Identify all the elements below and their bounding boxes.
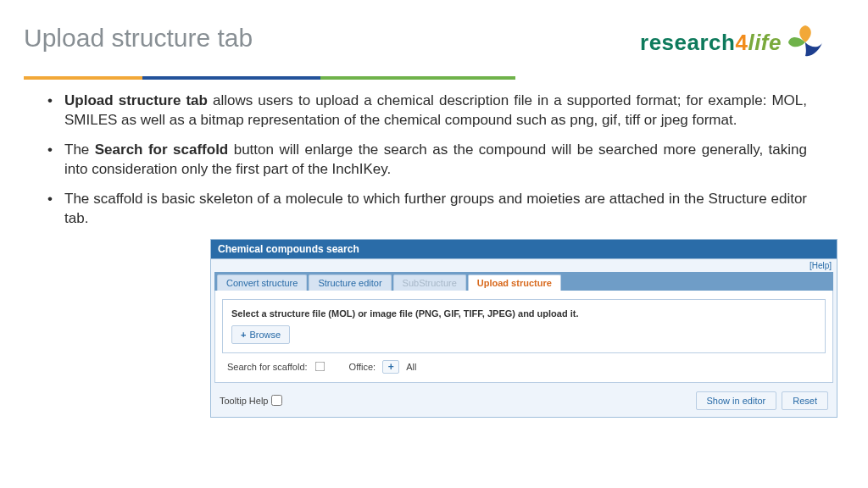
bullet-list: Upload structure tab allows users to upl… bbox=[24, 92, 824, 229]
tab-upload-structure[interactable]: Upload structure bbox=[468, 274, 561, 291]
options-row: Search for scaffold: Office: + All bbox=[222, 353, 826, 377]
bullet-item: Upload structure tab allows users to upl… bbox=[47, 92, 807, 130]
tab-structure-editor[interactable]: Structure editor bbox=[309, 274, 391, 291]
divider bbox=[24, 76, 515, 80]
logo-text-part3: life bbox=[748, 30, 782, 55]
help-link[interactable]: [Help] bbox=[211, 259, 837, 270]
logo: research4life bbox=[640, 24, 824, 61]
logo-icon bbox=[787, 24, 824, 61]
tooltip-help-label: Tooltip Help bbox=[220, 396, 268, 406]
panel-footer: Tooltip Help Show in editor Reset bbox=[214, 388, 833, 413]
bullet-text: The bbox=[64, 141, 95, 158]
tab-content: Select a structure file (MOL) or image f… bbox=[214, 291, 833, 383]
page-title: Upload structure tab bbox=[24, 24, 253, 53]
reset-button[interactable]: Reset bbox=[782, 391, 828, 410]
bullet-item: The Search for scaffold button will enla… bbox=[47, 141, 807, 180]
office-add-button[interactable]: + bbox=[382, 360, 399, 374]
tab-bar: Convert structure Structure editor SubSt… bbox=[214, 272, 833, 291]
slide-header: Upload structure tab research4life bbox=[24, 24, 824, 61]
logo-text-part2: 4 bbox=[735, 30, 748, 55]
browse-label: Browse bbox=[249, 330, 281, 340]
logo-text-part1: research bbox=[640, 30, 735, 55]
office-label: Office: bbox=[349, 362, 376, 372]
logo-text: research4life bbox=[640, 30, 782, 56]
scaffold-checkbox[interactable] bbox=[314, 362, 325, 372]
search-panel: Chemical compounds search [Help] Convert… bbox=[210, 239, 837, 418]
panel-title: Chemical compounds search bbox=[210, 239, 837, 258]
bullet-text: The scaffold is basic skeleton of a mole… bbox=[64, 191, 807, 226]
show-in-editor-button[interactable]: Show in editor bbox=[696, 391, 777, 410]
bullet-bold: Search for scaffold bbox=[95, 141, 228, 158]
bullet-bold: Upload structure tab bbox=[64, 92, 208, 108]
upload-box: Select a structure file (MOL) or image f… bbox=[222, 299, 826, 353]
scaffold-label: Search for scaffold: bbox=[227, 362, 308, 372]
tooltip-help-checkbox[interactable] bbox=[271, 395, 282, 406]
browse-button[interactable]: + Browse bbox=[231, 325, 290, 344]
bullet-item: The scaffold is basic skeleton of a mole… bbox=[47, 190, 807, 229]
office-all-label: All bbox=[406, 362, 416, 372]
upload-instruction: Select a structure file (MOL) or image f… bbox=[231, 308, 816, 319]
tab-convert-structure[interactable]: Convert structure bbox=[217, 274, 307, 291]
tab-substructure: SubStructure bbox=[393, 274, 466, 291]
plus-icon: + bbox=[241, 330, 246, 340]
